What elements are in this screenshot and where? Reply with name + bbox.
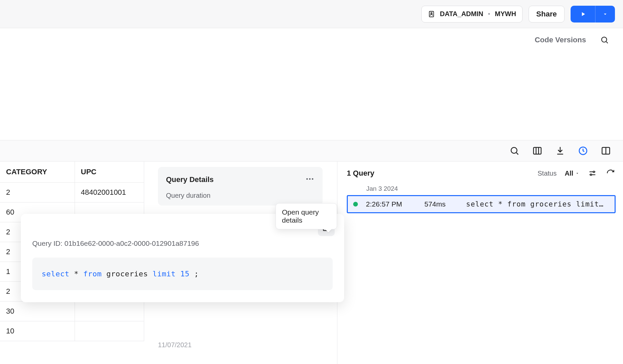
sql-keyword-select: select <box>42 270 69 278</box>
table-row[interactable]: 10 <box>0 321 144 341</box>
search-results-icon[interactable] <box>509 146 520 156</box>
search-icon[interactable] <box>599 35 610 45</box>
sql-star: * <box>74 270 79 278</box>
svg-point-3 <box>511 147 517 153</box>
role-warehouse-selector[interactable]: DATA_ADMIN • MYWH <box>421 6 523 22</box>
results-left-pane: CATEGORY UPC 248402001001 60 2 2 1 2 30 … <box>0 162 337 364</box>
table-row[interactable]: 30 <box>0 302 144 321</box>
download-icon[interactable] <box>555 146 565 156</box>
history-title: 1 Query <box>347 169 374 178</box>
table-row[interactable]: 248402001001 <box>0 183 144 202</box>
history-clock-icon[interactable] <box>578 146 588 156</box>
column-header-category[interactable]: CATEGORY <box>0 162 75 183</box>
svg-point-11 <box>590 174 592 175</box>
warehouse-name: MYWH <box>495 10 516 18</box>
svg-point-7 <box>306 178 308 180</box>
run-button-group <box>571 6 615 22</box>
status-filter-dropdown[interactable]: All <box>565 170 579 177</box>
columns-icon[interactable] <box>532 146 542 156</box>
svg-point-8 <box>309 178 311 180</box>
results-toolbar <box>0 140 623 162</box>
svg-point-1 <box>431 12 432 14</box>
query-duration-label: Query duration <box>166 192 315 199</box>
sql-keyword-limit: limit <box>153 270 176 278</box>
query-history-pane: 1 Query Status All Jan 3 2024 2:26:57 PM… <box>337 162 623 364</box>
query-history-row[interactable]: 2:26:57 PM 574ms select * from groceries… <box>347 195 616 213</box>
status-label: Status <box>538 170 557 177</box>
editor-area[interactable] <box>0 52 623 140</box>
main-split: CATEGORY UPC 248402001001 60 2 2 1 2 30 … <box>0 162 623 364</box>
cell <box>75 321 144 341</box>
sql-table: groceries <box>106 270 148 278</box>
cell: 2 <box>0 183 75 202</box>
faded-row-date: 11/07/2021 <box>158 341 192 349</box>
column-header-upc[interactable]: UPC <box>75 162 144 183</box>
top-header: DATA_ADMIN • MYWH Share <box>0 0 623 28</box>
refresh-icon[interactable] <box>606 168 616 178</box>
panel-toggle-icon[interactable] <box>601 146 611 156</box>
sub-header: Code Versions <box>0 28 623 52</box>
status-value: All <box>565 170 573 177</box>
role-icon <box>428 10 435 18</box>
svg-rect-4 <box>534 147 541 154</box>
cell: 48402001001 <box>75 183 144 202</box>
query-id-label: Query ID: <box>32 239 63 247</box>
cell: 30 <box>0 302 75 321</box>
query-sql-preview: select * from groceries limit… <box>466 200 609 208</box>
sql-limit-n: 15 <box>180 270 190 278</box>
open-query-details-tooltip: Open query details <box>276 203 337 229</box>
filter-settings-icon[interactable] <box>587 168 597 178</box>
share-label: Share <box>536 10 557 18</box>
svg-point-10 <box>593 171 594 173</box>
query-details-title: Query Details <box>166 175 214 184</box>
more-icon[interactable] <box>305 174 315 185</box>
query-details-card: Query Details Query duration <box>158 167 323 206</box>
share-button[interactable]: Share <box>529 6 565 22</box>
tooltip-text: Open query details <box>282 208 319 224</box>
run-dropdown-button[interactable] <box>595 6 615 22</box>
code-versions-link[interactable]: Code Versions <box>535 36 586 44</box>
role-name: DATA_ADMIN <box>440 10 483 18</box>
run-button[interactable] <box>571 6 595 22</box>
sql-block: select * from groceries limit 15 ; <box>32 258 333 290</box>
query-id-value: 01b16e62-0000-a0c2-0000-012901a87196 <box>65 239 199 247</box>
query-id-line: Query ID: 01b16e62-0000-a0c2-0000-012901… <box>32 239 333 247</box>
status-success-dot-icon <box>353 202 358 207</box>
svg-point-9 <box>312 178 314 180</box>
query-duration: 574ms <box>424 200 458 208</box>
sql-keyword-from: from <box>83 270 102 278</box>
separator-dot: • <box>488 10 490 17</box>
history-date: Jan 3 2024 <box>347 185 616 192</box>
history-header: 1 Query Status All <box>347 168 616 178</box>
sql-semicolon: ; <box>194 270 199 278</box>
svg-point-2 <box>601 37 607 42</box>
cell <box>75 302 144 321</box>
history-controls: Status All <box>538 168 616 178</box>
query-time: 2:26:57 PM <box>366 200 416 208</box>
cell: 10 <box>0 321 75 341</box>
